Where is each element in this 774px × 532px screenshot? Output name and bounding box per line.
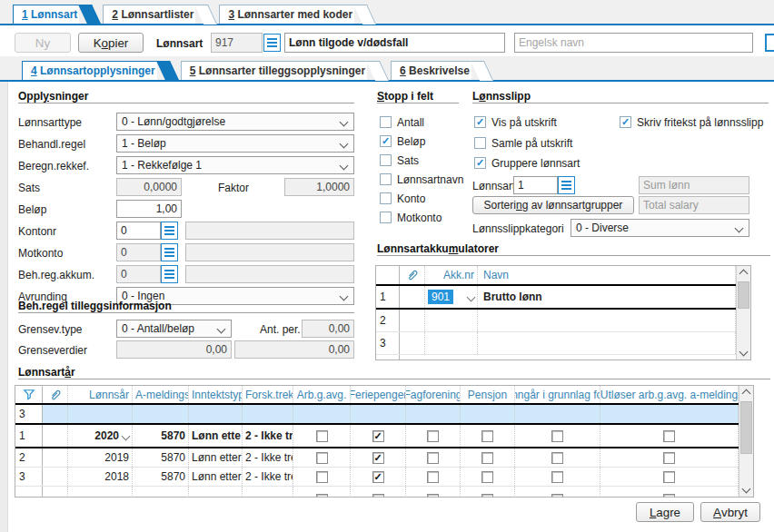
- checkbox-utloser[interactable]: ✓: [663, 452, 675, 464]
- lonnsartar-row-highlight[interactable]: 3: [15, 405, 739, 425]
- edge-lookup-button[interactable]: [765, 34, 774, 52]
- engelsk-navn-field[interactable]: Engelsk navn: [514, 33, 753, 53]
- checkbox-inngar[interactable]: ✓: [551, 471, 563, 483]
- checkbox-skriv-fritekst[interactable]: ✓: [620, 116, 631, 128]
- akknr-cell[interactable]: [425, 310, 478, 331]
- checkbox-utloser[interactable]: ✓: [663, 430, 675, 442]
- akknr-cell[interactable]: [425, 332, 478, 354]
- column-header-forsk-trekk[interactable]: Forsk.trekk: [243, 386, 293, 403]
- column-header-inngar[interactable]: Inngår i grunnlag for: [515, 386, 600, 403]
- column-header-pensjon[interactable]: Pensjon: [461, 386, 515, 403]
- lonnsslippkategori-select[interactable]: 0 - Diverse: [571, 219, 749, 237]
- tab-lonnsartlister[interactable]: 2 Lønnsartlister: [103, 5, 195, 24]
- column-header-feriepenger[interactable]: Feriepenger: [351, 386, 406, 403]
- akkumulator-row[interactable]: 1 901 Brutto lønn: [376, 286, 736, 310]
- ny-button[interactable]: Ny: [15, 33, 71, 53]
- column-header-arbgavg[interactable]: Arb.g.avg.: [293, 386, 351, 403]
- akknr-cell[interactable]: 901: [425, 286, 478, 308]
- column-header-utloser[interactable]: Utløser arb.g.avg. a-melding: [600, 386, 739, 403]
- lonnsartar-scrollbar[interactable]: [739, 386, 753, 497]
- lonnsartar-row[interactable]: 3 2018 5870 Lønn etter 2 - Ikke trek ✓ ✓…: [15, 468, 739, 487]
- attachment-column-header[interactable]: [400, 266, 425, 284]
- tab-tilleggsopplysninger[interactable]: 5 Lønnsarter tilleggsopplysninger: [181, 61, 367, 80]
- chevron-down-icon[interactable]: [467, 292, 476, 301]
- scroll-thumb[interactable]: [738, 281, 749, 309]
- faktor-field[interactable]: 1,0000: [284, 178, 354, 196]
- avbryt-button[interactable]: Avbryt: [700, 502, 760, 522]
- grensev-type-select[interactable]: 0 - Antall/beløp: [116, 320, 232, 338]
- checkbox-konto[interactable]: ✓: [380, 192, 392, 204]
- checkbox-motkonto[interactable]: ✓: [380, 212, 392, 223]
- lonnsar-cell[interactable]: 2018: [68, 468, 133, 486]
- navn-column-header[interactable]: Navn: [478, 266, 736, 284]
- motkonto-field[interactable]: 0: [116, 243, 161, 261]
- lonnsart-number-field[interactable]: 917: [211, 33, 263, 53]
- scroll-thumb[interactable]: [740, 401, 752, 454]
- attachment-column-header[interactable]: [43, 386, 68, 403]
- checkbox-pensjon[interactable]: ✓: [481, 452, 493, 464]
- checkbox-sats[interactable]: ✓: [380, 154, 392, 166]
- grenseverdi-1-field[interactable]: 0,00: [116, 340, 232, 359]
- checkbox-lonnsartnavn[interactable]: ✓: [380, 173, 392, 185]
- checkbox-antall[interactable]: ✓: [380, 116, 392, 128]
- checkbox-vis-pa-utskrift[interactable]: ✓: [474, 116, 486, 128]
- belop-field[interactable]: 1,00: [116, 200, 182, 218]
- checkbox-feriepenger[interactable]: ✓: [372, 452, 384, 464]
- checkbox-inngar[interactable]: ✓: [551, 430, 563, 442]
- scroll-down-button[interactable]: [739, 482, 753, 496]
- sats-field[interactable]: 0,0000: [116, 178, 182, 196]
- kopier-button[interactable]: Kopier: [78, 33, 144, 53]
- checkbox-feriepenger[interactable]: ✓: [372, 430, 384, 442]
- checkbox-pensjon[interactable]: ✓: [481, 471, 493, 483]
- checkbox-belop[interactable]: ✓: [380, 135, 392, 147]
- checkbox-arbgavg[interactable]: ✓: [316, 452, 328, 464]
- tab-lonnsart[interactable]: 1 Lønnsart: [13, 5, 79, 24]
- ant-per-field[interactable]: 0,00: [302, 320, 354, 338]
- chevron-down-icon[interactable]: [122, 431, 131, 440]
- lonnsartgruppe-lookup-button[interactable]: [558, 176, 575, 194]
- checkbox-fagforening[interactable]: ✓: [427, 471, 439, 483]
- column-header-amelding[interactable]: A-meldings: [133, 386, 189, 403]
- scroll-up-button[interactable]: [737, 267, 750, 281]
- lonnsarttype-select[interactable]: 0 - Lønn/godtgjørelse: [116, 113, 354, 131]
- column-header-inntektstype[interactable]: Inntektstype: [189, 386, 243, 403]
- checkbox-pensjon[interactable]: ✓: [481, 430, 493, 442]
- column-header-lonnsar[interactable]: Lønnsår: [68, 386, 133, 403]
- lagre-button[interactable]: Lagre: [636, 502, 694, 522]
- scroll-up-button[interactable]: [739, 387, 753, 400]
- lonnsartgruppe-field[interactable]: 1: [513, 176, 558, 194]
- kontonr-field[interactable]: 0: [116, 222, 161, 240]
- tab-lonnsartopplysninger[interactable]: 4 Lønnsartopplysninger: [22, 61, 157, 80]
- tab-lonnsarter-med-koder[interactable]: 3 Lønnsarter med koder: [219, 5, 354, 24]
- checkbox-fagforening[interactable]: ✓: [427, 430, 439, 442]
- motkonto-lookup-button[interactable]: [161, 243, 178, 261]
- beh-reg-akkum-lookup-button[interactable]: [161, 265, 178, 283]
- tab-beskrivelse[interactable]: 6 Beskrivelse: [391, 61, 471, 80]
- checkbox-samle-pa-utskrift[interactable]: ✓: [474, 137, 486, 149]
- akkumulator-row[interactable]: 2: [376, 310, 736, 332]
- checkbox-fagforening[interactable]: ✓: [427, 452, 439, 464]
- lonnsart-name-field[interactable]: Lønn tilgode v/dødsfall: [284, 33, 505, 53]
- checkbox-feriepenger[interactable]: ✓: [372, 471, 384, 483]
- filter-button[interactable]: [15, 386, 43, 403]
- column-header-fagforening[interactable]: Fagforening: [406, 386, 461, 403]
- checkbox-utloser[interactable]: ✓: [663, 471, 675, 483]
- lonnsar-cell[interactable]: 2019: [68, 448, 133, 467]
- lonnsartar-row[interactable]: 2 2019 5870 Lønn etter 2 - Ikke trek ✓ ✓…: [15, 448, 739, 468]
- scroll-down-button[interactable]: [737, 345, 750, 359]
- sortering-button[interactable]: Sortering av lønnsartgrupper: [472, 196, 634, 214]
- beregn-rekkef-select[interactable]: 1 - Rekkefølge 1: [116, 156, 354, 174]
- lonnsartar-row[interactable]: 1 2020 5870 Lønn ette 2 - Ikke tr ✓ ✓ ✓ …: [15, 425, 739, 448]
- checkbox-arbgavg[interactable]: ✓: [316, 471, 328, 483]
- grenseverdi-2-field[interactable]: 0,00: [234, 340, 354, 359]
- akkumulator-row[interactable]: 3: [376, 332, 736, 355]
- checkbox-gruppere-lonnsart[interactable]: ✓: [474, 157, 486, 169]
- beh-reg-akkum-field[interactable]: 0: [116, 265, 161, 283]
- row-number-header[interactable]: [376, 266, 400, 284]
- akknr-value[interactable]: 901: [428, 290, 453, 304]
- behandl-regel-select[interactable]: 1 - Beløp: [116, 134, 354, 153]
- akkumulator-scrollbar[interactable]: [736, 266, 750, 360]
- lonnsart-lookup-button[interactable]: [263, 34, 281, 52]
- checkbox-inngar[interactable]: ✓: [551, 452, 563, 464]
- lonnsar-cell[interactable]: 2020: [68, 425, 133, 447]
